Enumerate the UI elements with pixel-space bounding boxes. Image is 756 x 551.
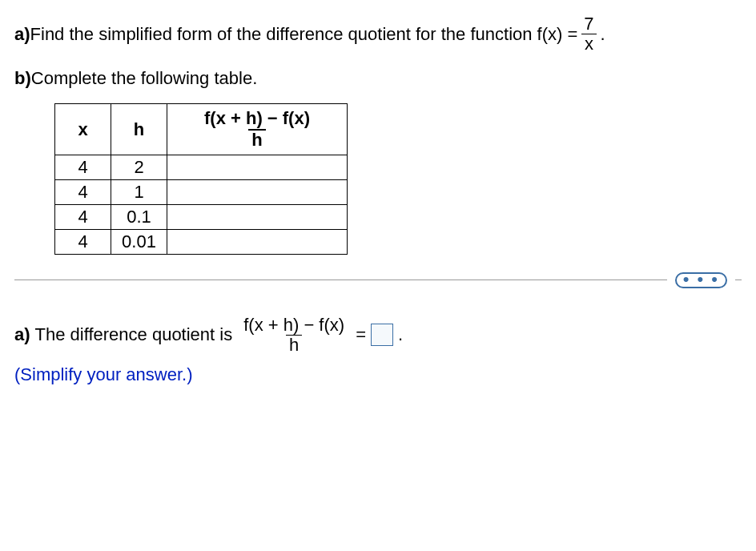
answer-text-before: The difference quotient is: [35, 324, 233, 345]
table-row: 4 0.1: [55, 204, 348, 229]
answer-part-a: a) The difference quotient is f(x + h) −…: [14, 316, 742, 355]
table-row: 4 1: [55, 179, 348, 204]
header-h: h: [111, 104, 167, 155]
more-options-button[interactable]: • • •: [675, 272, 727, 288]
answer-input[interactable]: [371, 324, 393, 346]
part-a-label: a): [14, 24, 30, 45]
cell-h: 0.1: [111, 204, 167, 229]
divider-line-left: [14, 280, 667, 280]
cell-result: [167, 229, 348, 254]
cell-result: [167, 155, 348, 179]
cell-x: 4: [55, 229, 111, 254]
diff-quotient-fraction: f(x + h) − f(x) h: [201, 109, 313, 149]
equals-sign: =: [356, 324, 366, 345]
period: .: [601, 24, 605, 45]
function-fraction: 7 x: [581, 14, 597, 54]
table-row: 4 0.01: [55, 229, 348, 254]
cell-x: 4: [55, 179, 111, 204]
table-header-row: x h f(x + h) − f(x) h: [55, 104, 348, 155]
cell-result: [167, 204, 348, 229]
fraction-denominator: x: [581, 34, 597, 54]
problem-part-b: b) Complete the following table.: [14, 68, 742, 89]
cell-result: [167, 179, 348, 204]
answer-label: a): [14, 324, 30, 345]
cell-x: 4: [55, 155, 111, 179]
cell-h: 0.01: [111, 229, 167, 254]
problem-part-a: a) Find the simplified form of the diffe…: [14, 14, 742, 54]
header-diff-quotient: f(x + h) − f(x) h: [167, 104, 348, 155]
dq-denominator: h: [248, 129, 265, 150]
section-divider: • • •: [14, 272, 742, 288]
part-b-text: Complete the following table.: [31, 68, 258, 89]
cell-h: 1: [111, 179, 167, 204]
part-b-label: b): [14, 68, 31, 89]
part-a-text: Find the simplified form of the differen…: [30, 24, 578, 45]
answer-dq-denominator: h: [286, 335, 302, 355]
dots-icon: • • •: [683, 275, 719, 284]
simplify-hint: (Simplify your answer.): [14, 364, 742, 385]
fraction-numerator: 7: [581, 14, 597, 34]
divider-line-right: [735, 280, 742, 280]
header-x: x: [55, 104, 111, 155]
cell-h: 2: [111, 155, 167, 179]
data-table: x h f(x + h) − f(x) h 4 2 4 1 4 0.1: [54, 103, 348, 254]
cell-x: 4: [55, 204, 111, 229]
answer-period: .: [398, 324, 403, 345]
answer-dq-numerator: f(x + h) − f(x): [240, 316, 348, 335]
table-row: 4 2: [55, 155, 348, 179]
dq-numerator: f(x + h) − f(x): [201, 109, 313, 128]
answer-diff-quotient-fraction: f(x + h) − f(x) h: [240, 316, 348, 355]
